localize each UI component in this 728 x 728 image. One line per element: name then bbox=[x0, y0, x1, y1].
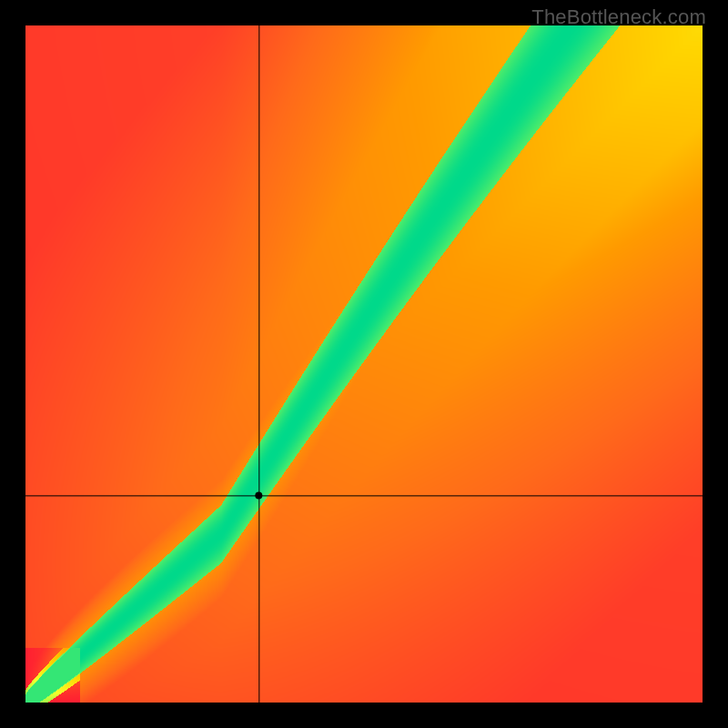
watermark-text: TheBottleneck.com bbox=[531, 5, 706, 29]
chart-container: TheBottleneck.com bbox=[0, 0, 728, 728]
heatmap-canvas bbox=[0, 0, 728, 728]
